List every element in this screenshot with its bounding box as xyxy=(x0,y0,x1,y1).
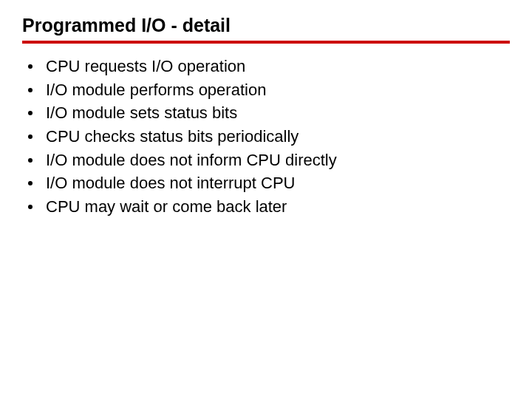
bullet-icon xyxy=(28,205,33,209)
list-item: I/O module does not inform CPU directly xyxy=(28,149,510,171)
list-item: I/O module does not interrupt CPU xyxy=(28,172,510,194)
list-item: CPU requests I/O operation xyxy=(28,55,510,78)
bullet-text: CPU may wait or come back later xyxy=(46,196,510,218)
bullet-text: CPU checks status bits periodically xyxy=(46,126,510,148)
list-item: I/O module sets status bits xyxy=(28,102,510,124)
bullet-text: I/O module performs operation xyxy=(46,79,510,101)
list-item: CPU may wait or come back later xyxy=(28,196,510,218)
bullet-icon xyxy=(28,181,33,185)
bullet-list: CPU requests I/O operation I/O module pe… xyxy=(22,55,510,218)
bullet-text: I/O module does not interrupt CPU xyxy=(46,172,510,194)
bullet-icon xyxy=(28,111,33,115)
bullet-text: I/O module does not inform CPU directly xyxy=(46,149,510,171)
bullet-icon xyxy=(28,134,33,139)
bullet-icon xyxy=(28,64,33,69)
list-item: CPU checks status bits periodically xyxy=(28,126,510,148)
bullet-text: I/O module sets status bits xyxy=(46,102,510,124)
bullet-icon xyxy=(28,88,33,92)
bullet-icon xyxy=(28,158,33,163)
bullet-text: CPU requests I/O operation xyxy=(46,55,510,78)
slide-title: Programmed I/O - detail xyxy=(22,15,510,44)
list-item: I/O module performs operation xyxy=(28,79,510,101)
